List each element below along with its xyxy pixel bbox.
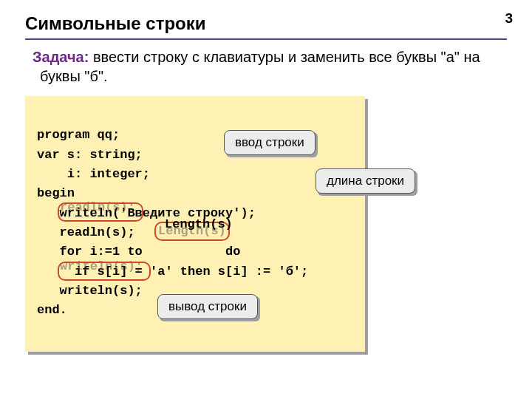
code-line-part: do — [218, 245, 241, 259]
code-line: readln(s); — [37, 225, 135, 239]
code-line: begin — [37, 186, 75, 200]
code-line-part: for i:=1 to — [37, 245, 150, 259]
overlay-length: Length(s) — [165, 217, 233, 231]
callout-input: ввод строки — [224, 130, 316, 155]
slide: 3 Символьные строки Задача: ввести строк… — [0, 0, 532, 352]
task-label: Задача: — [33, 49, 89, 65]
code-line: i: integer; — [37, 167, 150, 181]
task-paragraph: Задача: ввести строку с клавиатуры и зам… — [33, 47, 507, 86]
code-line: end. — [37, 303, 67, 317]
callout-label: вывод строки — [157, 294, 258, 319]
highlight-writeln — [58, 262, 151, 281]
task-text: ввести строку с клавиатуры и заменить вс… — [40, 49, 480, 84]
callout-output: вывод строки — [157, 294, 258, 319]
callout-label: длина строки — [316, 168, 415, 194]
code-line: program qq; — [37, 128, 120, 142]
callout-length: длина строки — [316, 168, 415, 194]
code-line: writeln(s); — [37, 284, 143, 298]
page-number: 3 — [505, 10, 513, 27]
page-title: Символьные строки — [25, 13, 507, 40]
highlight-readln — [58, 202, 143, 222]
callout-label: ввод строки — [224, 130, 316, 155]
code-line: var s: string; — [37, 148, 143, 162]
